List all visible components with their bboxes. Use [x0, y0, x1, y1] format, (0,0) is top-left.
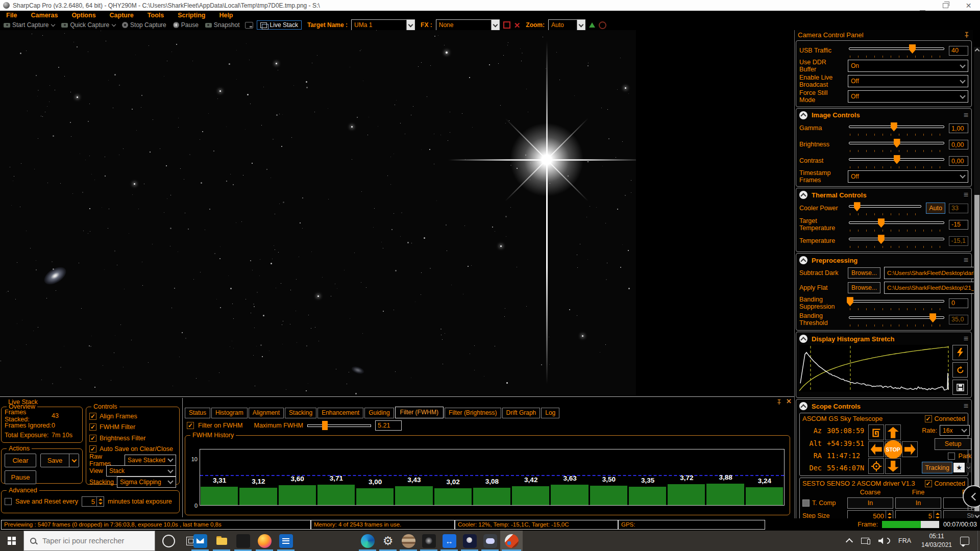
auto-save-checkbox[interactable]: ✓	[89, 445, 96, 453]
pause-button[interactable]: Pause	[172, 21, 200, 29]
brightness-filter-checkbox[interactable]: ✓	[89, 435, 96, 442]
contrast-slider[interactable]	[848, 154, 945, 169]
tab-log[interactable]: Log	[541, 408, 559, 418]
chevron-down-icon[interactable]	[69, 454, 79, 467]
restore-button[interactable]	[934, 0, 957, 11]
pause-stack-button[interactable]: Pause	[5, 470, 36, 484]
banding-suppression-value[interactable]: 0	[949, 298, 968, 308]
taskbar-app-sharpcap[interactable]	[500, 531, 523, 551]
cooler-auto-button[interactable]: Auto	[926, 203, 945, 214]
auto-stretch-button[interactable]	[952, 345, 968, 360]
start-button[interactable]	[0, 531, 23, 551]
collapse-icon[interactable]	[799, 111, 807, 119]
taskbar-app-explorer[interactable]	[211, 531, 232, 551]
ddr-buffer-select[interactable]: On	[848, 60, 968, 72]
scroll-up-icon[interactable]	[974, 47, 980, 53]
minimize-button[interactable]	[911, 0, 934, 11]
focuser-connected-checkbox[interactable]: ✓	[925, 480, 932, 487]
pin-icon[interactable]	[964, 32, 970, 38]
notification-center-icon[interactable]	[960, 537, 969, 545]
rate-select[interactable]: 16x	[940, 425, 970, 436]
slew-up-button[interactable]	[885, 424, 901, 440]
chevron-down-icon[interactable]	[966, 463, 971, 472]
tab-histogram[interactable]: Histogram	[211, 408, 248, 418]
menu-cameras[interactable]: Cameras	[31, 12, 58, 19]
volume-icon[interactable]	[878, 538, 890, 544]
tab-alignment[interactable]: Alignment	[249, 408, 284, 418]
tab-filter-brightness[interactable]: Filter (Brightness)	[445, 408, 501, 418]
usb-traffic-value[interactable]: 40	[949, 46, 968, 56]
tab-enhancement[interactable]: Enhancement	[317, 408, 363, 418]
center-target-button[interactable]	[868, 458, 884, 474]
save-reset-checkbox[interactable]: ✓	[5, 498, 12, 505]
image-preview-area[interactable]	[0, 30, 636, 396]
menu-options[interactable]: Options	[71, 12, 95, 19]
fwhm-filter-checkbox[interactable]: ✓	[89, 423, 96, 431]
histogram-icon[interactable]	[589, 22, 595, 28]
minutes-stepper[interactable]: 5	[82, 496, 104, 507]
selection-rectangle-icon[interactable]	[503, 21, 510, 29]
taskbar-search[interactable]	[23, 531, 155, 551]
taskbar-app-mail[interactable]	[190, 531, 210, 551]
gamma-slider[interactable]	[848, 121, 945, 136]
clear-button[interactable]: Clear	[5, 454, 36, 467]
tray-expand-icon[interactable]	[846, 538, 853, 545]
temperature-slider[interactable]	[848, 233, 945, 248]
view-select[interactable]: Stack	[106, 465, 176, 477]
close-button[interactable]: ✕	[957, 0, 980, 11]
taskbar-app-edge[interactable]	[357, 531, 378, 551]
slew-down-button[interactable]	[885, 458, 901, 474]
save-button[interactable]: Save	[40, 454, 79, 467]
cortana-icon[interactable]	[162, 535, 175, 547]
stacking-select[interactable]: Sigma Clipping	[117, 477, 176, 488]
start-capture-button[interactable]: Start Capture	[2, 21, 56, 29]
language-indicator[interactable]: FRA	[898, 537, 911, 544]
target-temperature-value[interactable]: -15	[949, 220, 968, 230]
apply-flat-path-select[interactable]: C:\Users\SharkFleet\Desktop\21_2..	[884, 282, 980, 294]
park-checkbox[interactable]: ✓	[948, 453, 955, 460]
star-icon[interactable]: ★	[953, 463, 965, 472]
menu-help[interactable]: Help	[219, 12, 233, 19]
tab-drift-graph[interactable]: Drift Graph	[502, 408, 541, 418]
close-icon[interactable]: ✕	[786, 397, 792, 405]
slew-stop-button[interactable]: STOP	[884, 440, 902, 459]
taskbar-app-dark[interactable]	[233, 531, 253, 551]
quick-capture-button[interactable]: Quick Capture	[60, 21, 117, 29]
tab-filter-fwhm[interactable]: Filter (FWHM)	[395, 407, 444, 418]
scrollbar-thumb[interactable]	[974, 195, 979, 511]
tracking-button[interactable]: Tracking	[922, 462, 952, 473]
taskbar-app-settings[interactable]: ⚙	[378, 531, 398, 551]
taskbar-app-stellarium[interactable]	[459, 531, 480, 551]
zoom-select[interactable]: Auto	[548, 19, 585, 31]
search-input[interactable]	[41, 536, 145, 545]
target-name-select[interactable]: UMa 1	[351, 19, 415, 31]
collapse-icon[interactable]	[799, 256, 807, 264]
timestamp-frames-select[interactable]: Off	[848, 170, 968, 183]
temp-comp-checkbox[interactable]: ✓	[802, 499, 810, 507]
taskbar-app-firefox[interactable]	[254, 531, 275, 551]
display-tray-icon[interactable]	[861, 538, 869, 544]
menu-capture[interactable]: Capture	[110, 12, 134, 19]
slew-right-button[interactable]	[902, 441, 918, 457]
maximum-fwhm-slider[interactable]	[307, 421, 371, 430]
filter-on-fwhm-checkbox[interactable]: ✓	[187, 422, 194, 429]
spiral-search-button[interactable]	[868, 424, 884, 440]
maximum-fwhm-value[interactable]: 5.21	[375, 420, 402, 431]
contrast-value[interactable]: 0,00	[949, 156, 968, 166]
subtract-dark-path-select[interactable]: C:\Users\SharkFleet\Desktop\dark..	[884, 267, 980, 279]
display-histogram-plot[interactable]	[799, 345, 950, 392]
collapse-icon[interactable]	[799, 402, 807, 410]
section-menu-icon[interactable]: ≡	[964, 191, 968, 199]
annotation-icon[interactable]	[245, 22, 253, 29]
snapshot-button[interactable]: Snapshot	[204, 21, 241, 29]
raw-frames-select[interactable]: Save Stacked	[125, 455, 176, 466]
menu-file[interactable]: File	[6, 12, 17, 19]
tab-stacking[interactable]: Stacking	[285, 408, 316, 418]
clock[interactable]: 05:11 14/03/2021	[918, 532, 955, 549]
section-menu-icon[interactable]: ≡	[964, 402, 968, 410]
brightness-slider[interactable]	[848, 137, 945, 153]
pin-icon[interactable]	[776, 399, 782, 405]
taskbar-app-planetarium[interactable]	[398, 531, 419, 551]
slew-left-button[interactable]	[868, 441, 884, 457]
apply-flat-browse-button[interactable]: Browse...	[848, 282, 880, 293]
